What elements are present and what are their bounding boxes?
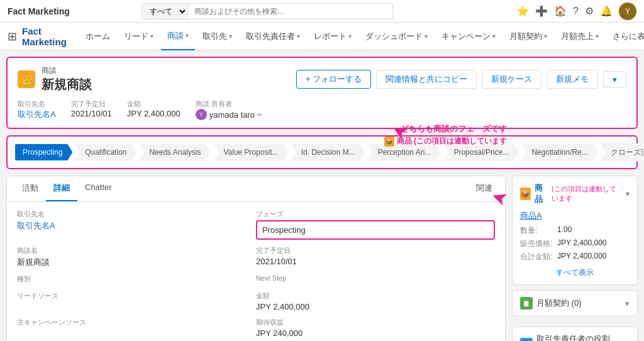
product-title: 📦 商品 (この項目は連動しています ▾ xyxy=(520,182,630,205)
nav-item-opportunity[interactable]: 商談▾ xyxy=(161,23,195,50)
stage-id-decision[interactable]: Id. Decision M... xyxy=(291,144,365,160)
account-value[interactable]: 取引先名A xyxy=(17,221,55,230)
home-icon[interactable]: 🏠 xyxy=(554,5,567,17)
stage-negotiation[interactable]: Negotiation/Re... xyxy=(521,144,597,160)
contract-chevron-icon[interactable]: ▾ xyxy=(625,299,630,308)
opportunity-value: 新規商談 xyxy=(17,257,256,268)
phase-value: Prospecting xyxy=(256,220,495,240)
more-actions-button[interactable]: ▾ xyxy=(603,71,626,88)
detail-row-leadsource-amount: リードソース 金額 JPY 2,400,000 xyxy=(17,291,495,311)
nav-item-contact[interactable]: 取引先責任者▾ xyxy=(240,23,306,50)
contract-card: 📋 月額契約 (0) ▾ xyxy=(512,290,638,316)
contact-title[interactable]: 👤 取引先責任者の役割 (0) ▾ xyxy=(520,333,630,341)
contract-label: 月額契約 (0) xyxy=(536,298,582,309)
stage-value-proposit[interactable]: Value Proposit... xyxy=(213,144,288,160)
grid-icon[interactable]: ⊞ xyxy=(8,30,17,43)
close-date-field: 完了予定日 2021/10/01 xyxy=(71,99,112,120)
nav-logo: Fact Marketing xyxy=(22,26,67,47)
amount-label: 金額 xyxy=(127,99,180,109)
quantity-value: 1.00 xyxy=(557,225,572,236)
owner-value: Y yamada taro ✏ xyxy=(196,109,262,120)
detail-nextstep-col: Next Step xyxy=(256,274,495,285)
stage-needs-analysis[interactable]: Needs Analysis xyxy=(139,144,211,160)
search-input[interactable] xyxy=(188,3,393,20)
new-memo-button[interactable]: 新規メモ xyxy=(547,70,598,89)
avatar[interactable]: Y xyxy=(619,3,636,20)
chevron-icon: ▾ xyxy=(297,33,300,40)
quantity-label: 数量: xyxy=(520,225,555,236)
product-icon: 📦 xyxy=(520,187,531,200)
stage-prospecting[interactable]: Prospecting xyxy=(15,144,72,160)
product-note: (この項目は連動しています xyxy=(552,184,622,203)
product-chevron-icon[interactable]: ▾ xyxy=(626,190,630,198)
chevron-icon: ▾ xyxy=(492,33,496,40)
amount-label: 金額 xyxy=(256,291,495,301)
total-row: 合計金額: JPY 2,400,000 xyxy=(520,252,630,262)
stage-proposal[interactable]: Proposal/Price... xyxy=(443,144,519,160)
detail-row-campaign-revenue: 主キャンペーンソース 期待収益 JPY 240,000 xyxy=(17,318,495,338)
nav-item-more[interactable]: さらに表示▾ xyxy=(606,23,644,50)
top-bar-icons: ⭐ ➕ 🏠 ? ⚙ 🔔 Y xyxy=(516,3,636,20)
detail-section: 取引先名 取引先名A フェーズ Prospecting 商談名 新規商談 完了予… xyxy=(7,202,505,341)
main-content: 活動 詳細 Chatter 関連 取引先名 取引先名A フェーズ Prospec… xyxy=(6,176,638,341)
related-tab[interactable]: 関連 xyxy=(471,176,497,201)
add-icon[interactable]: ➕ xyxy=(535,5,548,17)
chevron-icon: ▾ xyxy=(150,33,153,40)
close-date-value: 2021/10/01 xyxy=(256,257,495,266)
account-field: 取引先名 取引先名A xyxy=(18,99,56,120)
contract-title[interactable]: 📋 月額契約 (0) ▾ xyxy=(520,297,630,310)
lead-source-label: リードソース xyxy=(17,291,256,301)
amount-value: JPY 2,400,000 xyxy=(127,109,180,118)
breadcrumb: 商談 xyxy=(42,65,92,76)
copy-button[interactable]: 関連情報と共にコピー xyxy=(376,70,477,89)
stage-qualification[interactable]: Qualification xyxy=(75,144,136,160)
nav-item-home[interactable]: ホーム xyxy=(79,23,116,50)
help-icon[interactable]: ? xyxy=(573,6,579,17)
stage-closed[interactable]: クローズ済み xyxy=(601,143,644,162)
detail-row-type-next: 種別 Next Step xyxy=(17,274,495,285)
close-date-label: 完了予定日 xyxy=(71,99,112,109)
detail-opp-col: 商談名 新規商談 xyxy=(17,246,256,268)
follow-button[interactable]: + フォローする xyxy=(296,70,371,89)
setup-icon[interactable]: ⚙ xyxy=(585,5,594,17)
owner-edit-icon[interactable]: ✏ xyxy=(257,111,262,118)
search-scope-select[interactable]: すべて xyxy=(142,3,188,20)
star-icon[interactable]: ⭐ xyxy=(516,5,529,17)
close-date-label: 完了予定日 xyxy=(256,246,495,255)
record-header-top: 👑 商談 新規商談 + フォローする 関連情報と共にコピー 新規ケース 新規メモ… xyxy=(18,65,626,93)
nav-item-dashboard[interactable]: ダッシュボード▾ xyxy=(359,23,434,50)
detail-amount-col: 金額 JPY 2,400,000 xyxy=(256,291,495,311)
nav-item-monthly-sales[interactable]: 月額売上▾ xyxy=(555,23,605,50)
nav-item-account[interactable]: 取引先▾ xyxy=(196,23,238,50)
contact-icon: 👤 xyxy=(520,338,533,342)
type-label: 種別 xyxy=(17,274,256,284)
account-value[interactable]: 取引先名A xyxy=(18,109,56,119)
owner-icon: Y xyxy=(196,109,207,120)
tab-detail[interactable]: 詳細 xyxy=(46,176,77,201)
nav-item-report[interactable]: レポート▾ xyxy=(308,23,358,50)
notification-icon[interactable]: 🔔 xyxy=(600,5,613,17)
price-label: 販売価格: xyxy=(520,238,555,249)
contact-card: 👤 取引先責任者の役割 (0) ▾ xyxy=(512,327,638,341)
stage-perception[interactable]: Perception An... xyxy=(368,144,441,160)
detail-row-opp-date: 商談名 新規商談 完了予定日 2021/10/01 xyxy=(17,246,495,268)
show-all-link[interactable]: すべて表示 xyxy=(556,268,594,277)
nav-item-lead[interactable]: リード▾ xyxy=(118,23,160,50)
detail-leadsource-col: リードソース xyxy=(17,291,256,311)
tab-activity[interactable]: 活動 xyxy=(14,176,46,201)
owner-field: 商談 所有者 Y yamada taro ✏ xyxy=(196,99,262,120)
nav-item-campaign[interactable]: キャンペーン▾ xyxy=(435,23,502,50)
nav-logo-text: Fact Marketing xyxy=(22,26,67,47)
nav-item-monthly-contract[interactable]: 月額契約▾ xyxy=(503,23,553,50)
chevron-icon: ▾ xyxy=(186,32,189,39)
product-name-link[interactable]: 商品A xyxy=(520,211,542,220)
tab-chatter[interactable]: Chatter xyxy=(77,176,119,201)
price-row: 販売価格: JPY 2,400,000 xyxy=(520,238,630,249)
top-bar-logo: Fact Marketing xyxy=(8,6,70,16)
contract-icon: 📋 xyxy=(520,297,533,310)
record-header: 👑 商談 新規商談 + フォローする 関連情報と共にコピー 新規ケース 新規メモ… xyxy=(6,57,638,129)
record-icon: 👑 xyxy=(18,70,35,88)
search-container: すべて xyxy=(142,3,393,20)
phase-label: フェーズ xyxy=(256,210,495,219)
new-case-button[interactable]: 新規ケース xyxy=(482,70,541,89)
